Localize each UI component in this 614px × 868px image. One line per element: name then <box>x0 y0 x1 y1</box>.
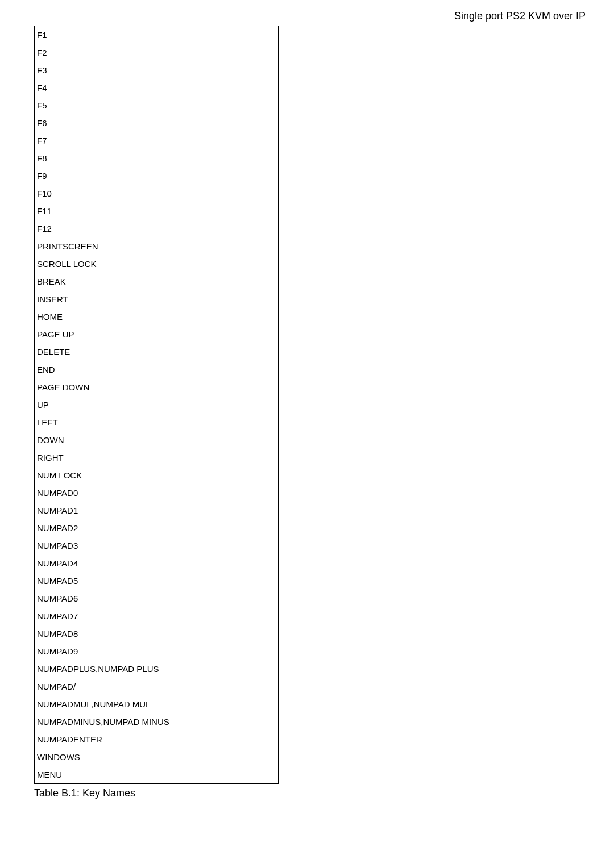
table-row: F1 <box>35 26 279 44</box>
key-cell: PAGE DOWN <box>35 378 279 396</box>
key-cell: F1 <box>35 26 279 44</box>
table-row: INSERT <box>35 290 279 308</box>
key-names-tbody: F1 F2 F3 F4 F5 F6 F7 F8 F9 F10 F11 F12 P… <box>35 26 279 784</box>
key-cell: PAGE UP <box>35 326 279 343</box>
table-row: RIGHT <box>35 449 279 466</box>
table-row: F6 <box>35 114 279 132</box>
key-cell: NUMPAD8 <box>35 625 279 642</box>
key-cell: NUMPADENTER <box>35 731 279 748</box>
table-row: NUM LOCK <box>35 466 279 484</box>
table-row: NUMPAD4 <box>35 554 279 572</box>
table-row: F10 <box>35 185 279 202</box>
key-cell: F11 <box>35 202 279 220</box>
key-cell: NUMPAD9 <box>35 642 279 660</box>
table-row: MENU <box>35 766 279 784</box>
table-row: NUMPAD1 <box>35 502 279 519</box>
key-cell: END <box>35 361 279 378</box>
table-row: PRINTSCREEN <box>35 237 279 255</box>
table-row: F9 <box>35 167 279 185</box>
table-row: F12 <box>35 220 279 237</box>
table-row: NUMPAD/ <box>35 678 279 695</box>
table-row: F4 <box>35 79 279 97</box>
key-cell: NUMPAD1 <box>35 502 279 519</box>
table-row: UP <box>35 396 279 414</box>
key-cell: DELETE <box>35 343 279 361</box>
key-cell: F8 <box>35 149 279 167</box>
key-cell: F3 <box>35 61 279 79</box>
key-cell: NUMPADMUL,NUMPAD MUL <box>35 695 279 713</box>
table-row: NUMPADMUL,NUMPAD MUL <box>35 695 279 713</box>
key-cell: F12 <box>35 220 279 237</box>
key-cell: NUMPAD4 <box>35 554 279 572</box>
table-row: NUMPAD3 <box>35 537 279 554</box>
key-cell: NUMPAD7 <box>35 607 279 625</box>
key-cell: NUMPAD5 <box>35 572 279 590</box>
table-row: DELETE <box>35 343 279 361</box>
table-row: WINDOWS <box>35 748 279 766</box>
table-row: PAGE UP <box>35 326 279 343</box>
table-row: F5 <box>35 97 279 114</box>
table-row: NUMPADENTER <box>35 731 279 748</box>
key-cell: NUMPADMINUS,NUMPAD MINUS <box>35 713 279 731</box>
table-row: SCROLL LOCK <box>35 255 279 273</box>
key-cell: DOWN <box>35 431 279 449</box>
table-row: END <box>35 361 279 378</box>
key-cell: F6 <box>35 114 279 132</box>
key-cell: F10 <box>35 185 279 202</box>
table-row: DOWN <box>35 431 279 449</box>
key-cell: NUMPAD3 <box>35 537 279 554</box>
key-cell: BREAK <box>35 273 279 290</box>
key-cell: RIGHT <box>35 449 279 466</box>
table-row: HOME <box>35 308 279 326</box>
key-cell: NUM LOCK <box>35 466 279 484</box>
table-row: NUMPAD7 <box>35 607 279 625</box>
key-cell: PRINTSCREEN <box>35 237 279 255</box>
table-caption: Table B.1: Key Names <box>34 787 586 799</box>
key-cell: F9 <box>35 167 279 185</box>
table-row: NUMPAD6 <box>35 590 279 607</box>
table-row: NUMPAD8 <box>35 625 279 642</box>
key-cell: F2 <box>35 44 279 61</box>
key-cell: NUMPAD0 <box>35 484 279 502</box>
key-cell: NUMPADPLUS,NUMPAD PLUS <box>35 660 279 678</box>
key-cell: NUMPAD2 <box>35 519 279 537</box>
key-cell: UP <box>35 396 279 414</box>
table-row: F2 <box>35 44 279 61</box>
page-header: Single port PS2 KVM over IP <box>454 10 586 22</box>
table-row: F7 <box>35 132 279 149</box>
table-row: F8 <box>35 149 279 167</box>
table-row: F11 <box>35 202 279 220</box>
table-row: NUMPADPLUS,NUMPAD PLUS <box>35 660 279 678</box>
key-cell: NUMPAD6 <box>35 590 279 607</box>
table-row: F3 <box>35 61 279 79</box>
key-cell: NUMPAD/ <box>35 678 279 695</box>
key-cell: SCROLL LOCK <box>35 255 279 273</box>
table-row: PAGE DOWN <box>35 378 279 396</box>
key-cell: WINDOWS <box>35 748 279 766</box>
key-names-table: F1 F2 F3 F4 F5 F6 F7 F8 F9 F10 F11 F12 P… <box>34 26 279 784</box>
key-cell: MENU <box>35 766 279 784</box>
key-cell: INSERT <box>35 290 279 308</box>
table-row: NUMPAD2 <box>35 519 279 537</box>
table-row: NUMPAD9 <box>35 642 279 660</box>
key-cell: F7 <box>35 132 279 149</box>
table-row: LEFT <box>35 414 279 431</box>
key-cell: LEFT <box>35 414 279 431</box>
table-row: NUMPAD5 <box>35 572 279 590</box>
table-row: NUMPADMINUS,NUMPAD MINUS <box>35 713 279 731</box>
table-row: BREAK <box>35 273 279 290</box>
table-row: NUMPAD0 <box>35 484 279 502</box>
key-cell: F5 <box>35 97 279 114</box>
key-cell: HOME <box>35 308 279 326</box>
key-cell: F4 <box>35 79 279 97</box>
